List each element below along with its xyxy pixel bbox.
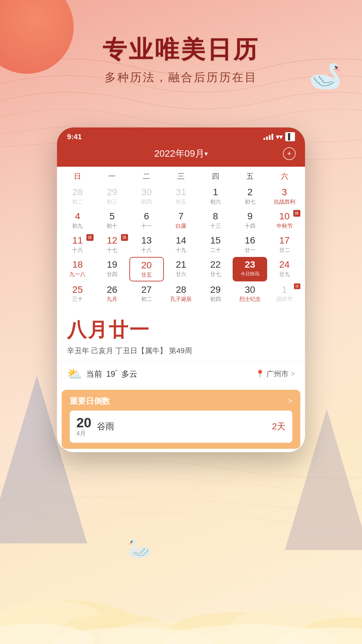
weekday-row: 日 一 二 三 四 五 六 [60, 167, 302, 184]
day-14[interactable]: 14 十九 [164, 233, 198, 256]
day-10[interactable]: 10 中秋节 休 [267, 209, 302, 232]
phone-mockup: 9:41 ▾▾ ▌ 2022年09月 ▾ + 日 一 二 三 四 五 六 [57, 127, 305, 452]
day-7[interactable]: 7 白露 [164, 209, 198, 232]
lunar-display: 八月廿一 辛丑年 己亥月 丁丑日【属牛】 第49周 [57, 309, 305, 361]
crane-bottom-icon: 🦢 [127, 536, 153, 560]
weather-prefix: 当前 [86, 369, 102, 379]
day-20-selected[interactable]: 20 廿五 [129, 257, 164, 281]
day-1[interactable]: 1 初六 [198, 184, 233, 208]
weekday-fri: 五 [233, 170, 267, 183]
day-27[interactable]: 27 初二 [129, 282, 164, 306]
calendar-header: 2022年09月 ▾ + [57, 144, 305, 167]
week-1: 28 初二 29 初三 30 初四 31 初五 1 初六 [60, 184, 302, 208]
day-3[interactable]: 3 抗战胜利 [267, 184, 302, 208]
add-event-button[interactable]: + [283, 147, 296, 160]
countdown-arrow[interactable]: > [288, 397, 292, 406]
day-29[interactable]: 29 初四 [198, 282, 233, 306]
calendar-month-title: 2022年09月 [154, 147, 204, 160]
holiday-tag-10: 休 [293, 210, 300, 217]
dropdown-icon[interactable]: ▾ [204, 150, 208, 158]
day-29-prev[interactable]: 29 初三 [95, 184, 129, 208]
lunar-details: 辛丑年 己亥月 丁丑日【属牛】 第49周 [67, 346, 295, 356]
day-26[interactable]: 26 九月 [95, 282, 129, 306]
day-2[interactable]: 2 初七 [233, 184, 267, 208]
day-6[interactable]: 6 十一 [129, 209, 164, 232]
crane-icon: 🦢 [308, 60, 342, 92]
countdown-remaining: 2天 [272, 421, 286, 432]
day-9[interactable]: 9 十四 [233, 209, 267, 232]
weather-right[interactable]: 📍 广州市 > [255, 369, 295, 379]
holiday-tag-12: 休 [121, 234, 128, 241]
day-25[interactable]: 25 三十 [60, 282, 95, 306]
signal-icon [263, 134, 273, 140]
day-1-next[interactable]: 1 国庆节 休 [267, 282, 302, 306]
weather-icon: ⛅ [67, 367, 82, 381]
title-area: 专业唯美日历 多种历法，融合后历历在目 [0, 34, 362, 85]
weather-strip[interactable]: ⛅ 当前 19° 多云 📍 广州市 > [57, 361, 305, 386]
weather-chevron[interactable]: > [291, 370, 295, 378]
countdown-event-name: 谷雨 [97, 421, 267, 432]
day-15[interactable]: 15 二十 [198, 233, 233, 256]
weekday-thu: 四 [198, 170, 233, 183]
day-31-prev[interactable]: 31 初五 [164, 184, 198, 208]
day-4[interactable]: 4 初九 [60, 209, 95, 232]
day-16[interactable]: 16 廿一 [233, 233, 267, 256]
holiday-tag-1-next: 休 [294, 283, 300, 289]
wifi-icon: ▾▾ [276, 133, 283, 141]
countdown-title: 重要日倒数 [70, 396, 110, 407]
day-23-today[interactable]: 23 今日快讯 [233, 257, 267, 281]
week-5: 25 三十 26 九月 27 初二 28 孔子诞辰 29 初四 [60, 282, 302, 306]
weekday-mon: 一 [95, 170, 129, 183]
day-5[interactable]: 5 初十 [95, 209, 129, 232]
day-22[interactable]: 22 廿七 [198, 257, 233, 281]
day-13[interactable]: 13 十八 [129, 233, 164, 256]
day-24[interactable]: 24 廿九 [267, 257, 302, 281]
sub-title: 多种历法，融合后历历在目 [0, 70, 362, 85]
weekday-tue: 二 [129, 170, 164, 183]
day-8[interactable]: 8 十三 [198, 209, 233, 232]
day-11[interactable]: 11 十六 休 [60, 233, 95, 256]
countdown-date-box: 20 4月 [76, 416, 92, 437]
weekday-sat: 六 [267, 170, 302, 183]
weather-left: ⛅ 当前 19° 多云 [67, 367, 137, 381]
day-12[interactable]: 12 十七 休 [95, 233, 129, 256]
battery-icon: ▌ [285, 132, 295, 141]
status-bar: 9:41 ▾▾ ▌ [57, 127, 305, 144]
countdown-month: 4月 [76, 429, 86, 437]
day-21[interactable]: 21 廿六 [164, 257, 198, 281]
lunar-big-date: 八月廿一 [67, 317, 295, 343]
countdown-item[interactable]: 20 4月 谷雨 2天 [70, 411, 292, 443]
week-4: 18 九一八 19 廿四 20 廿五 21 廿六 22 廿七 [60, 257, 302, 281]
countdown-section: 重要日倒数 > 20 4月 谷雨 2天 [62, 390, 300, 449]
day-17[interactable]: 17 廿二 [267, 233, 302, 256]
countdown-day: 20 [76, 416, 92, 429]
week-2: 4 初九 5 初十 6 十一 7 白露 8 十三 [60, 209, 302, 232]
day-28[interactable]: 28 孔子诞辰 [164, 282, 198, 306]
day-19[interactable]: 19 廿四 [95, 257, 129, 281]
weekday-sun: 日 [60, 170, 95, 183]
status-icons: ▾▾ ▌ [263, 132, 295, 141]
week-3: 11 十六 休 12 十七 休 13 十八 14 十九 [60, 233, 302, 256]
calendar-grid: 日 一 二 三 四 五 六 28 初二 29 初三 30 初四 [57, 167, 305, 309]
day-30[interactable]: 30 烈士纪念 [233, 282, 267, 306]
weather-condition: 多云 [121, 369, 137, 379]
day-28-prev[interactable]: 28 初二 [60, 184, 95, 208]
countdown-header[interactable]: 重要日倒数 > [70, 396, 292, 407]
weekday-wed: 三 [164, 170, 198, 183]
calendar-weeks: 28 初二 29 初三 30 初四 31 初五 1 初六 [60, 184, 302, 306]
status-time: 9:41 [67, 132, 82, 141]
main-title: 专业唯美日历 [0, 34, 362, 66]
day-18[interactable]: 18 九一八 [60, 257, 95, 281]
day-30-prev[interactable]: 30 初四 [129, 184, 164, 208]
weather-city: 广州市 [266, 369, 289, 379]
holiday-tag-11: 休 [86, 234, 94, 241]
weather-temp: 19° [106, 369, 117, 379]
location-icon: 📍 [255, 370, 264, 378]
